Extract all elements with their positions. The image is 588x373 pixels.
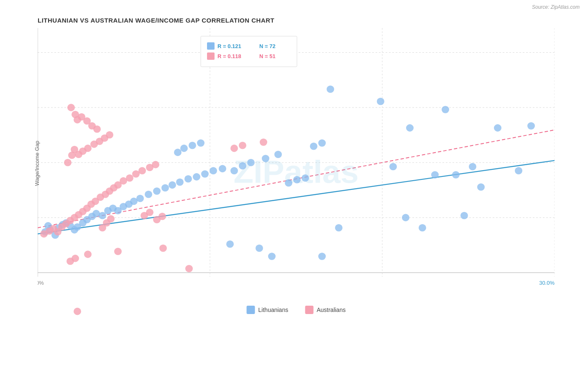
chart-container: LITHUANIAN VS AUSTRALIAN WAGE/INCOME GAP…	[0, 0, 588, 373]
chart-area: Wage/Income Gap 80.0% 60.0% 40.0% 20.0%	[38, 28, 555, 322]
svg-point-63	[247, 159, 255, 166]
svg-point-81	[515, 167, 522, 174]
legend-item-australians: Australians	[305, 306, 345, 314]
svg-point-125	[67, 104, 75, 111]
svg-point-78	[469, 163, 476, 171]
legend-label-lithuanians: Lithuanians	[258, 307, 289, 313]
legend-item-lithuanians: Lithuanians	[247, 306, 289, 314]
svg-text:30.0%: 30.0%	[539, 280, 555, 286]
svg-point-67	[293, 176, 301, 184]
svg-point-88	[318, 253, 326, 260]
svg-point-114	[152, 161, 159, 169]
svg-point-145	[185, 265, 193, 272]
svg-point-143	[84, 250, 92, 258]
svg-text:R = 0.118: R = 0.118	[217, 53, 241, 59]
svg-point-115	[64, 159, 72, 166]
svg-point-48	[153, 187, 161, 195]
svg-point-61	[230, 167, 238, 174]
chart-title: LITHUANIAN VS AUSTRALIAN WAGE/INCOME GAP…	[38, 17, 555, 24]
svg-point-80	[494, 124, 501, 132]
svg-point-148	[260, 138, 267, 146]
svg-point-58	[180, 145, 188, 152]
svg-point-83	[335, 224, 343, 232]
svg-point-53	[193, 173, 200, 181]
svg-point-55	[210, 167, 217, 174]
svg-point-140	[114, 248, 122, 255]
svg-point-72	[377, 98, 384, 105]
svg-point-52	[184, 175, 192, 183]
svg-point-64	[262, 155, 269, 162]
svg-point-89	[460, 212, 468, 220]
svg-point-90	[226, 240, 234, 248]
svg-rect-21	[207, 53, 215, 60]
chart-legend: Lithuanians Australians	[247, 306, 346, 314]
legend-color-australians	[305, 306, 313, 314]
svg-point-47	[145, 191, 152, 198]
svg-point-74	[406, 124, 414, 132]
svg-point-87	[268, 253, 276, 260]
svg-point-66	[285, 179, 292, 187]
svg-point-65	[274, 151, 282, 158]
svg-rect-17	[201, 36, 297, 67]
svg-point-110	[126, 174, 133, 182]
svg-point-62	[239, 162, 246, 170]
svg-point-49	[161, 184, 169, 192]
legend-color-lithuanians	[247, 306, 255, 314]
svg-point-142	[72, 255, 79, 262]
y-axis-label: Wage/Income Gap	[34, 141, 40, 186]
svg-text:R = 0.121: R = 0.121	[217, 43, 241, 49]
svg-point-147	[239, 142, 246, 149]
svg-text:N = 51: N = 51	[259, 53, 276, 59]
svg-point-85	[419, 224, 426, 232]
svg-point-144	[74, 308, 81, 315]
svg-point-79	[477, 183, 485, 191]
svg-point-71	[327, 85, 334, 93]
svg-point-82	[527, 122, 535, 130]
source-label: Source: ZipAtlas.com	[532, 4, 580, 10]
svg-point-51	[176, 179, 184, 186]
svg-point-146	[230, 145, 238, 152]
svg-text:0.0%: 0.0%	[38, 280, 44, 286]
svg-point-46	[136, 195, 144, 202]
svg-point-112	[138, 167, 146, 174]
svg-point-124	[106, 131, 113, 139]
svg-point-73	[389, 163, 397, 171]
svg-point-134	[107, 215, 115, 223]
svg-point-50	[169, 181, 176, 189]
svg-point-56	[219, 165, 226, 173]
svg-point-68	[302, 174, 309, 182]
svg-point-131	[93, 125, 101, 133]
svg-point-60	[197, 139, 205, 147]
svg-text:N = 72: N = 72	[259, 43, 276, 49]
svg-point-76	[442, 106, 449, 113]
svg-point-75	[431, 171, 439, 179]
svg-point-70	[318, 139, 326, 147]
scatter-plot: 80.0% 60.0% 40.0% 20.0% 0.0% 30.0% R = 0…	[38, 28, 555, 322]
svg-point-59	[189, 142, 196, 149]
svg-point-120	[84, 145, 92, 152]
svg-point-138	[159, 213, 166, 220]
svg-point-69	[310, 143, 317, 150]
svg-point-136	[146, 209, 153, 216]
svg-point-84	[402, 214, 409, 222]
svg-point-77	[452, 171, 460, 179]
svg-point-86	[256, 245, 263, 252]
legend-label-australians: Australians	[317, 307, 345, 313]
svg-point-57	[174, 149, 182, 156]
svg-point-54	[201, 170, 209, 178]
svg-point-139	[159, 245, 167, 252]
svg-rect-18	[207, 42, 215, 50]
